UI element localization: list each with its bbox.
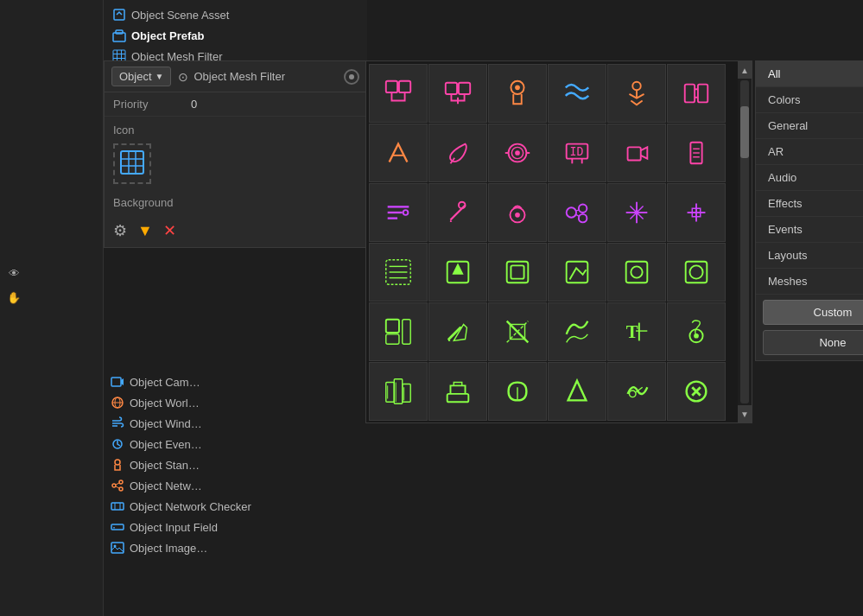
list-item[interactable]: Object Wind… [104,413,367,434]
list-item-label: Object Even… [130,438,202,451]
gear-button[interactable]: ⚙ [113,221,127,240]
svg-rect-103 [386,383,394,403]
grid-preview-icon [120,150,144,175]
icon-cell[interactable] [607,362,666,421]
icon-cell[interactable] [548,183,606,242]
icon-cell[interactable] [667,183,726,242]
icon-cell[interactable] [548,243,606,302]
settings-circle-btn[interactable] [344,69,359,85]
scroll-thumb[interactable] [740,106,749,158]
list-item[interactable]: Object Netw… [104,475,367,496]
svg-rect-8 [121,151,143,174]
prop-title-text: Object Mesh Filter [194,70,284,83]
filter-item-meshes[interactable]: Meshes [756,269,863,295]
scroll-up-arrow[interactable]: ▲ [738,61,752,79]
hand-icon[interactable]: ✋ [3,287,24,308]
svg-point-91 [689,265,702,278]
icon-cell[interactable] [667,243,726,302]
svg-point-23 [119,487,123,491]
icon-cell[interactable] [548,302,606,361]
icon-cell[interactable] [488,183,547,242]
svg-point-20 [115,460,120,465]
list-item[interactable]: Object Even… [104,434,367,454]
bg-label: Background [113,196,358,209]
icon-cell[interactable] [607,243,666,302]
filter-item-all[interactable]: All [756,61,863,87]
icon-cell[interactable] [369,64,428,123]
filter-item-layouts[interactable]: Layouts [756,243,863,269]
filter-button[interactable]: ▼ [137,222,153,240]
svg-rect-92 [386,320,399,333]
filter-item-audio[interactable]: Audio [756,165,863,191]
list-item[interactable]: Object Worl… [104,392,367,413]
filter-item-ar[interactable]: AR [756,139,863,165]
icon-cell[interactable] [488,64,547,123]
list-item[interactable]: Object Input Field [104,517,367,537]
left-panel: 👁 ✋ [0,0,104,616]
svg-rect-85 [507,262,529,283]
filter-item-general[interactable]: General [756,113,863,139]
icon-cell[interactable] [428,183,487,242]
image-icon [111,541,124,555]
icon-cell[interactable] [607,183,666,242]
icon-cell[interactable] [488,124,547,182]
icon-cell[interactable] [369,183,428,242]
none-button[interactable]: None [763,330,863,355]
list-item[interactable]: Object Scene Asset [104,4,367,25]
object-dropdown[interactable]: Object ▼ [111,67,171,86]
svg-line-24 [116,483,119,485]
icon-grid: ID [366,61,738,423]
scene-icon [112,8,126,22]
svg-rect-93 [386,334,399,344]
icon-cell[interactable] [428,64,487,123]
svg-point-22 [119,480,123,484]
icon-cell[interactable] [428,362,487,421]
icon-cell[interactable] [667,302,726,361]
icon-cell[interactable] [607,64,666,123]
icon-cell[interactable] [369,362,428,421]
icon-cell[interactable] [488,362,547,421]
filter-item-effects[interactable]: Effects [756,191,863,217]
priority-row: Priority 0 [105,92,366,117]
list-item-label: Object Prefab [131,29,205,42]
custom-button[interactable]: Custom [763,300,863,325]
svg-rect-89 [631,266,642,277]
chevron-down-icon: ▼ [155,72,164,81]
list-item[interactable]: Object Network Checker [104,496,367,517]
list-item[interactable]: Object Stan… [104,454,367,475]
icon-cell[interactable]: ID [548,124,606,182]
filter-item-colors[interactable]: Colors [756,87,863,113]
icon-cell[interactable] [667,124,726,182]
list-item[interactable]: Object Image… [104,537,367,558]
icon-cell[interactable] [488,243,547,302]
icon-cell[interactable] [369,302,428,361]
visibility-icons: 👁 ✋ [0,259,28,311]
icon-cell[interactable] [369,243,428,302]
icon-cell[interactable] [548,64,606,123]
icon-cell[interactable] [488,302,547,361]
icon-cell[interactable] [548,362,606,421]
net2-icon [111,499,124,513]
icon-cell[interactable] [428,302,487,361]
svg-rect-34 [399,81,410,92]
icon-cell[interactable] [607,124,666,182]
icon-cell[interactable] [667,64,726,123]
scroll-down-arrow[interactable]: ▼ [738,405,752,422]
close-button[interactable]: ✕ [163,221,176,240]
eye-icon[interactable]: 👁 [3,263,24,283]
filter-item-events[interactable]: Events [756,217,863,243]
icon-cell[interactable] [428,124,487,182]
svg-point-64 [403,210,409,215]
icon-cell[interactable] [667,362,726,421]
svg-point-49 [515,150,520,156]
grid-scrollbar: ▲ ▼ [738,61,752,422]
list-item[interactable]: Object Cam… [104,372,367,392]
icon-cell[interactable] [428,243,487,302]
svg-rect-13 [111,378,121,386]
properties-panel: Object ▼ ⊙ Object Mesh Filter Priority 0… [104,60,367,248]
icon-cell[interactable] [369,124,428,182]
icon-cell[interactable]: T [607,302,666,361]
icon-preview-box[interactable] [113,143,151,184]
svg-rect-31 [111,543,124,553]
list-item[interactable]: Object Prefab [104,25,367,46]
